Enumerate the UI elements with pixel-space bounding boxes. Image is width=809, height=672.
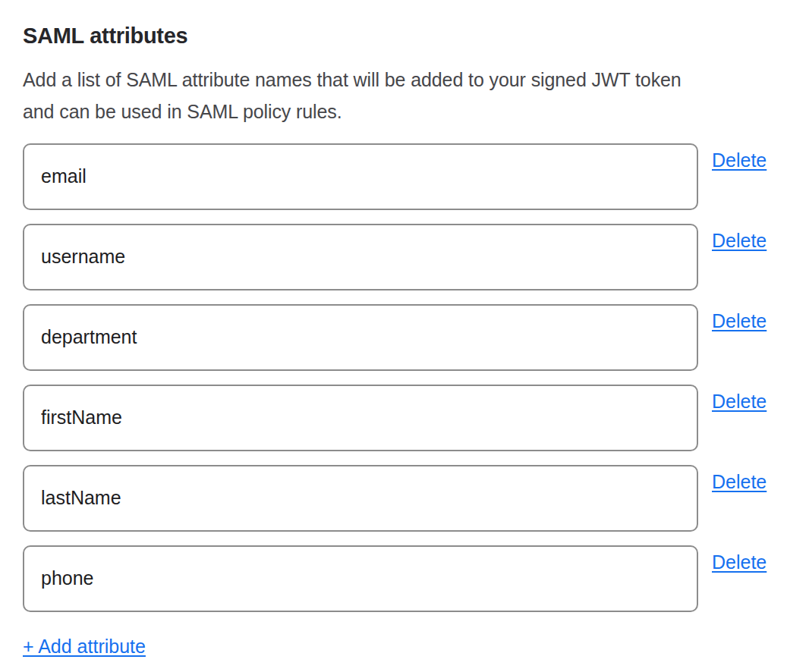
add-attribute-link[interactable]: + Add attribute: [23, 636, 146, 658]
attribute-name-input[interactable]: [23, 224, 698, 290]
delete-attribute-link[interactable]: Delete: [712, 391, 767, 413]
description-line: Add a list of SAML attribute names that …: [23, 69, 682, 90]
saml-attributes-section: SAML attributes Add a list of SAML attri…: [0, 0, 809, 658]
delete-attribute-link[interactable]: Delete: [712, 471, 767, 493]
attribute-row: Delete: [23, 465, 786, 532]
attribute-name-input[interactable]: [23, 143, 698, 210]
attribute-row: Delete: [23, 304, 786, 371]
attribute-name-input[interactable]: [23, 385, 698, 451]
section-description: Add a list of SAML attribute names that …: [23, 64, 786, 127]
attribute-row: Delete: [23, 143, 786, 210]
description-line: and can be used in SAML policy rules.: [23, 101, 342, 122]
attribute-name-input[interactable]: [23, 545, 698, 612]
section-title: SAML attributes: [23, 24, 786, 49]
delete-attribute-link[interactable]: Delete: [712, 551, 767, 573]
delete-attribute-link[interactable]: Delete: [712, 310, 767, 332]
attribute-row: Delete: [23, 224, 786, 290]
delete-attribute-link[interactable]: Delete: [712, 149, 767, 171]
attribute-row: Delete: [23, 545, 786, 612]
delete-attribute-link[interactable]: Delete: [712, 230, 767, 252]
attribute-name-input[interactable]: [23, 465, 698, 532]
attribute-name-input[interactable]: [23, 304, 698, 371]
attribute-row: Delete: [23, 385, 786, 451]
